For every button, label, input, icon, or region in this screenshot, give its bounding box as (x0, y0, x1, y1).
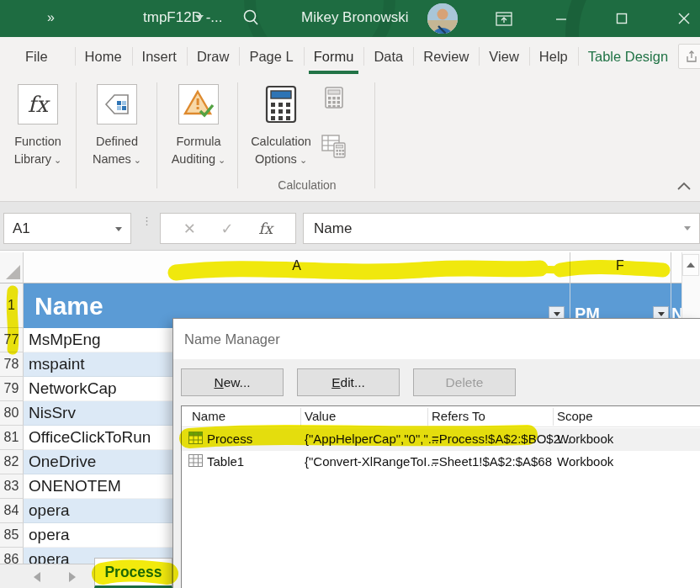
calculate-sheet-icon[interactable] (321, 135, 347, 162)
column-header-scope[interactable]: Scope (557, 409, 593, 423)
formula-input[interactable]: Name (303, 213, 700, 244)
column-header-f[interactable]: F (570, 258, 671, 273)
previous-sheet-icon[interactable] (34, 572, 40, 582)
row-header[interactable]: 83 (0, 474, 24, 499)
function-library-label-line2: Library (14, 152, 51, 166)
function-library-icon: fx (18, 84, 58, 124)
row-header[interactable]: 82 (0, 450, 24, 474)
defined-names-group[interactable]: Defined Names⌄ (79, 76, 155, 195)
row-header[interactable]: 78 (0, 352, 24, 377)
function-library-group[interactable]: fx Function Library⌄ (2, 76, 74, 195)
sheet-tab-process[interactable]: Process (94, 558, 172, 588)
value-cell: {"AppHelperCap","0","... (305, 432, 438, 446)
next-sheet-icon[interactable] (69, 572, 76, 582)
cell-a84[interactable]: opera (24, 499, 172, 523)
names-list: Name Value Refers To Scope Process {"App… (181, 405, 700, 588)
chevron-down-icon[interactable] (115, 227, 122, 231)
calculation-options-label-line1[interactable]: Calculation (241, 133, 321, 151)
ribbon-tab-row: File Home Insert Draw Page L Formu Data … (0, 37, 700, 76)
name-manager-dialog: Name Manager New... Edit... Delete Name … (172, 318, 700, 588)
close-button[interactable] (670, 7, 698, 30)
document-title: tmpF12D -... (143, 9, 222, 26)
chevron-down-icon[interactable] (195, 15, 204, 20)
cell-reference: A1 (13, 220, 30, 237)
cell-a77[interactable]: MsMpEng (24, 328, 172, 352)
filter-caret-icon (554, 312, 560, 316)
cancel-icon[interactable]: ✕ (183, 220, 196, 238)
cell-a81[interactable]: OfficeClickToRun (24, 426, 172, 450)
cell-a80[interactable]: NisSrv (24, 401, 172, 426)
cell-a85[interactable]: opera (24, 523, 172, 548)
search-icon[interactable] (241, 8, 262, 33)
tab-table-design[interactable]: Table Design (578, 37, 678, 76)
formula-bar-resizer[interactable]: ⋮ (141, 217, 152, 225)
tab-insert[interactable]: Insert (132, 37, 187, 76)
tab-draw[interactable]: Draw (187, 37, 240, 76)
chevron-down-icon: ⌄ (54, 155, 61, 165)
tab-home[interactable]: Home (75, 37, 132, 76)
enter-icon[interactable]: ✓ (221, 220, 234, 238)
cell-a1-text: Name (34, 292, 103, 320)
calculation-group-label: Calculation (241, 178, 374, 192)
calculate-now-icon[interactable] (321, 86, 347, 113)
scroll-up-button[interactable] (682, 254, 699, 276)
name-row-process[interactable]: Process {"AppHelperCap","0","... =Proces… (182, 428, 700, 451)
cell-a82[interactable]: OneDrive (24, 450, 172, 474)
row-header[interactable]: 77 (0, 328, 24, 352)
name-row-table1[interactable]: Table1 {"Convert-XlRangeToI... =Sheet1!$… (182, 451, 700, 474)
collapse-ribbon-icon[interactable] (676, 179, 692, 194)
row-header[interactable]: 80 (0, 401, 24, 426)
cell-a83[interactable]: ONENOTEM (24, 474, 172, 499)
delete-button-label: Delete (446, 375, 484, 390)
value-cell: {"Convert-XlRangeToI... (305, 454, 438, 469)
row-header-1[interactable]: 1 (0, 283, 24, 328)
calculation-options-icon[interactable] (261, 84, 301, 124)
tab-help[interactable]: Help (529, 37, 578, 76)
expand-formula-bar-icon[interactable] (684, 226, 691, 230)
tab-review[interactable]: Review (413, 37, 479, 76)
tab-formulas[interactable]: Formu (304, 37, 364, 76)
tab-file[interactable]: File (12, 37, 61, 76)
refers-to-cell: =Process!$A$2:$BO$2... (432, 432, 571, 446)
maximize-button[interactable] (607, 7, 636, 30)
row-header[interactable]: 85 (0, 523, 24, 548)
tab-page-layout[interactable]: Page L (239, 37, 303, 76)
minimize-button[interactable] (547, 7, 575, 30)
dialog-title-bar[interactable]: Name Manager (173, 319, 700, 359)
names-list-header: Name Value Refers To Scope (182, 406, 700, 427)
insert-function-icon[interactable]: fx (258, 220, 273, 237)
row-header[interactable]: 84 (0, 499, 24, 523)
name-cell: Process (207, 432, 252, 446)
tab-data[interactable]: Data (363, 37, 413, 76)
calculation-options-label-line2[interactable]: Options (255, 152, 297, 166)
avatar[interactable] (427, 3, 458, 34)
name-cell: Table1 (207, 454, 244, 469)
column-header-a[interactable]: A (24, 258, 570, 273)
chevron-down-icon: ⌄ (218, 155, 225, 165)
cell-a78[interactable]: mspaint (24, 352, 172, 377)
formula-auditing-group[interactable]: Formula Auditing⌄ (160, 76, 237, 195)
select-all-corner[interactable] (0, 252, 24, 283)
title-bar: » tmpF12D -... Mikey Bronowski (0, 0, 700, 37)
ribbon-display-options-button[interactable] (490, 7, 518, 30)
column-header-value[interactable]: Value (305, 409, 336, 423)
delete-button: Delete (413, 368, 516, 396)
column-header-refers-to[interactable]: Refers To (432, 409, 485, 423)
edit-button[interactable]: Edit... (297, 368, 400, 396)
tab-view[interactable]: View (479, 37, 528, 76)
share-button[interactable] (678, 44, 700, 69)
row-header[interactable]: 79 (0, 377, 24, 401)
named-range-icon (188, 432, 203, 447)
new-button[interactable]: New... (181, 368, 284, 396)
cell-a79[interactable]: NetworkCap (24, 377, 172, 401)
dialog-title: Name Manager (184, 331, 280, 347)
quick-access-overflow-button[interactable]: » (47, 10, 56, 25)
row-header[interactable]: 81 (0, 426, 24, 450)
column-header-name[interactable]: Name (192, 409, 225, 423)
name-box[interactable]: A1 (3, 213, 131, 244)
defined-names-label-line1: Defined (79, 133, 155, 151)
function-library-label-line1: Function (2, 133, 74, 151)
scope-cell: Workbook (557, 432, 613, 446)
excel-window: » tmpF12D -... Mikey Bronowski File Home… (0, 0, 700, 588)
account-user-name[interactable]: Mikey Bronowski (301, 9, 409, 26)
